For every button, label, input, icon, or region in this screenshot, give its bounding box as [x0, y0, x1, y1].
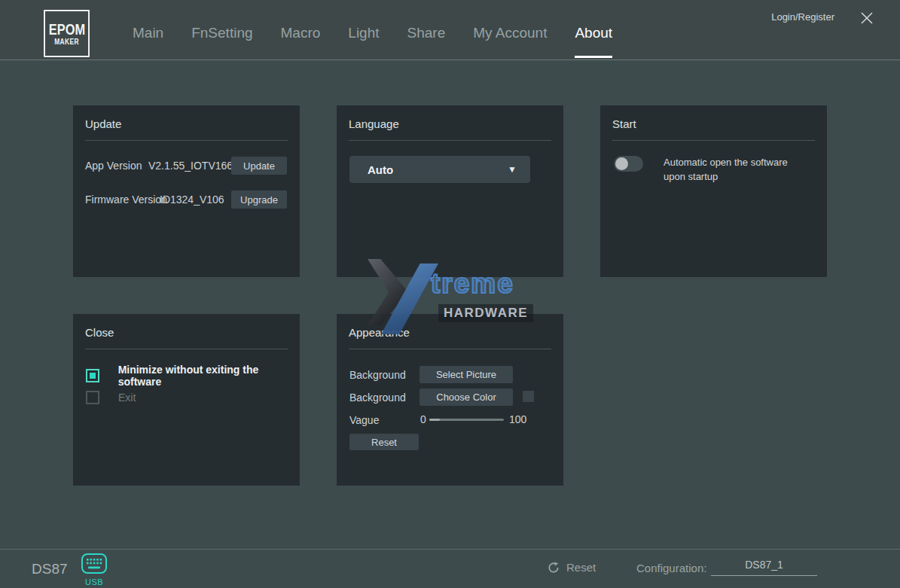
update-button[interactable]: Update: [231, 157, 287, 175]
upgrade-button[interactable]: Upgrade: [231, 190, 287, 209]
refresh-icon: [548, 562, 560, 574]
start-panel: Start Automatic open the software upon s…: [600, 105, 827, 277]
appearance-panel: Appearance Background Select Picture Bac…: [337, 314, 563, 486]
app-version-value: V2.1.55_IOTV166: [148, 160, 233, 172]
toggle-knob-icon: [615, 157, 628, 170]
language-selected-value: Auto: [368, 163, 393, 176]
checkbox-check-icon: [90, 373, 96, 379]
tab-about[interactable]: About: [575, 25, 612, 58]
minimize-option-label: Minimize without exiting the software: [118, 364, 300, 388]
divider: [349, 349, 551, 349]
vague-slider[interactable]: [429, 419, 504, 421]
background-color-label: Background: [349, 391, 406, 404]
epomaker-logo: EPOM MAKER: [44, 10, 90, 57]
color-swatch[interactable]: [523, 391, 534, 402]
vague-max-label: 100: [509, 413, 526, 425]
tab-fnsetting[interactable]: FnSetting: [191, 25, 252, 56]
tab-macro[interactable]: Macro: [281, 25, 321, 56]
exit-option-label: Exit: [118, 391, 136, 404]
title-bar: EPOM MAKER Main FnSetting Macro Light Sh…: [0, 0, 900, 60]
status-bar: DS87 USB Reset Configuration: DS87_1: [0, 549, 900, 588]
main-nav: Main FnSetting Macro Light Share My Acco…: [133, 0, 612, 60]
background-picture-label: Background: [349, 369, 406, 381]
reset-button[interactable]: Reset: [548, 561, 596, 574]
tab-main[interactable]: Main: [133, 25, 163, 56]
divider: [85, 349, 288, 349]
logo-text-bottom: MAKER: [54, 38, 79, 46]
logo-text-top: EPOM: [48, 21, 84, 38]
caret-down-icon: ▼: [508, 164, 517, 175]
device-name: DS87: [32, 561, 68, 577]
minimize-checkbox[interactable]: [86, 369, 99, 382]
tab-light[interactable]: Light: [348, 25, 379, 56]
autostart-label: Automatic open the software upon startup: [664, 155, 799, 184]
vague-min-label: 0: [420, 413, 426, 425]
firmware-version-value: ID1324_V106: [160, 193, 224, 206]
configuration-value-field[interactable]: DS87_1: [711, 559, 817, 576]
firmware-version-label: Firmware Version: [85, 193, 167, 206]
choose-color-button[interactable]: Choose Color: [419, 388, 513, 406]
app-version-label: App Version: [85, 160, 142, 172]
tab-share[interactable]: Share: [407, 25, 446, 56]
close-panel: Close Minimize without exiting the softw…: [73, 314, 300, 486]
language-panel-title: Language: [349, 117, 399, 130]
app-version-row: App Version V2.1.55_IOTV166 Update: [85, 157, 288, 175]
vague-label: Vague: [349, 414, 379, 426]
keyboard-icon: [81, 553, 108, 574]
language-select[interactable]: Auto ▼: [349, 156, 530, 183]
firmware-version-row: Firmware Version ID1324_V106 Upgrade: [85, 190, 288, 209]
tab-my-account[interactable]: My Account: [473, 25, 547, 56]
divider: [349, 140, 551, 141]
exit-checkbox[interactable]: [86, 391, 99, 404]
close-icon[interactable]: [859, 10, 875, 26]
configuration-label: Configuration:: [636, 562, 706, 574]
login-register-link[interactable]: Login/Register: [771, 11, 834, 23]
update-panel: Update App Version V2.1.55_IOTV166 Updat…: [73, 105, 300, 277]
update-panel-title: Update: [85, 117, 121, 130]
select-picture-button[interactable]: Select Picture: [419, 366, 513, 383]
start-panel-title: Start: [612, 117, 636, 130]
divider: [612, 140, 815, 141]
usb-connection-label: USB: [80, 577, 108, 586]
close-panel-title: Close: [85, 326, 114, 339]
minimize-option-row: Minimize without exiting the software: [86, 364, 300, 388]
slider-handle: [429, 419, 440, 421]
reset-label: Reset: [566, 561, 596, 574]
usb-device-button[interactable]: USB: [80, 553, 108, 586]
autostart-toggle[interactable]: [614, 156, 643, 172]
appearance-panel-title: Appearance: [349, 326, 410, 339]
divider: [85, 140, 288, 141]
language-panel: Language Auto ▼: [337, 105, 563, 277]
appearance-reset-button[interactable]: Reset: [349, 434, 419, 450]
exit-option-row: Exit: [86, 391, 136, 404]
